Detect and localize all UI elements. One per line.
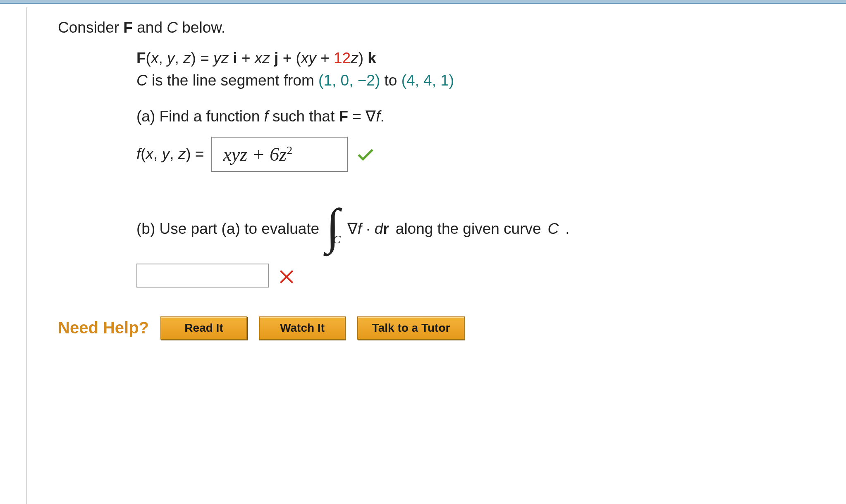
vec-k: k [368,50,376,67]
integrand: ∇f · dr [347,220,389,238]
pa-mid: such that [268,108,339,125]
vec-plus3: + [316,50,334,67]
p1-close: ) [375,72,380,89]
vec-closep: ) [358,50,368,67]
checkmark-icon [355,144,376,164]
vec-zt: z [351,50,358,67]
vector-field-line: F(x, y, z) = yz i + xz j + (xy + 12z) k [136,48,829,69]
need-help-row: Need Help? Read It Watch It Talk to a Tu… [58,316,829,340]
watch-it-button[interactable]: Watch It [259,316,346,340]
cross-icon [276,265,297,286]
vec-c1: , [158,50,167,67]
p1-b: 0 [341,72,349,89]
integrand-f: f [358,220,362,237]
left-separator-line [26,7,27,504]
vec-sp2 [270,50,274,67]
pa-eq: = ∇ [348,108,376,125]
p2-b: 4 [423,72,432,89]
p2-c1: , [415,72,424,89]
pa-lhs-x: x [146,145,154,162]
read-it-button[interactable]: Read It [160,316,247,340]
curve-line: C is the line segment from (1, 0, −2) to… [136,70,829,91]
need-help-label: Need Help? [58,319,149,337]
p1-c2: , [349,72,358,89]
intro-prefix: Consider [58,19,123,36]
part-a-answer-main: xyz + 6z [223,144,287,165]
vec-x: x [151,50,159,67]
curve-text1: is the line segment from [148,72,318,89]
part-b-question: (b) Use part (a) to evaluate ∫ C ∇f · dr… [136,209,829,249]
vec-j: j [274,50,278,67]
pa-period: . [380,108,385,125]
definition-block: F(x, y, z) = yz i + xz j + (xy + 12z) k … [136,48,829,288]
pa-lhs-close: ) = [186,145,204,162]
p2-close: ) [449,72,454,89]
vec-plus2: + ( [278,50,301,67]
intro-and: and [133,19,167,36]
vec-yz: yz [213,50,229,67]
vec-xy: xy [301,50,316,67]
p2-a: 4 [406,72,415,89]
window-titlebar-strip [0,0,846,4]
problem-body: Consider F and C below. F(x, y, z) = yz … [0,4,846,340]
intro-line: Consider F and C below. [58,19,829,36]
vec-close-eq: ) = [191,50,214,67]
pa-f: f [264,108,268,125]
integrand-dot: · [362,220,375,237]
pb-period: . [565,220,569,238]
intro-F: F [123,19,133,36]
part-a-lhs: f(x, y, z) = [136,145,204,163]
vec-y: y [167,50,175,67]
pb-curve-C: C [548,220,559,238]
part-a-answer-row: f(x, y, z) = xyz + 6z2 [136,137,829,172]
part-a: (a) Find a function f such that F = ∇f. … [136,107,829,172]
vec-F: F [136,50,146,67]
part-a-question: (a) Find a function f such that F = ∇f. [136,107,829,125]
part-b-answer-input[interactable] [136,264,269,288]
pa-label: (a) Find a function [136,108,264,125]
integral-expression: ∫ C [326,209,341,249]
curve-to: to [380,72,401,89]
vec-open: ( [146,50,151,67]
part-a-answer-exp: 2 [287,144,292,157]
pa-lhs-open: ( [141,145,146,162]
integrand-r: r [383,220,389,237]
curve-C: C [136,72,148,89]
vec-xz: xz [255,50,270,67]
intro-suffix: below. [178,19,225,36]
vec-sp1 [229,50,233,67]
p2-c2: , [432,72,441,89]
p1-c1: , [332,72,341,89]
pa-lhs-c2: , [170,145,178,162]
vec-c2: , [175,50,184,67]
p1-open: ( [318,72,323,89]
integrand-d: d [375,220,383,237]
p2-c: 1 [440,72,449,89]
intro-C: C [167,19,178,36]
pa-lhs-y: y [162,145,170,162]
p1-c: −2 [358,72,375,89]
pa-lhs-z: z [178,145,186,162]
integral-icon: ∫ [326,207,339,246]
vec-z: z [183,50,191,67]
vec-plus1: + [237,50,255,67]
talk-to-tutor-button[interactable]: Talk to a Tutor [357,316,465,340]
vec-i: i [233,50,237,67]
pb-label-post: along the given curve [396,220,541,238]
pa-lhs-c1: , [153,145,162,162]
vec-coef12: 12 [334,50,351,67]
grad-symbol: ∇ [347,220,358,237]
pa-F: F [339,108,348,125]
part-a-answer-input[interactable]: xyz + 6z2 [211,137,348,172]
pa-lhs-f: f [136,145,141,162]
pa-f2: f [376,108,380,125]
part-b-answer-row [136,264,829,288]
p1-a: 1 [323,72,332,89]
p2-open: ( [401,72,406,89]
pb-label-pre: (b) Use part (a) to evaluate [136,220,319,238]
